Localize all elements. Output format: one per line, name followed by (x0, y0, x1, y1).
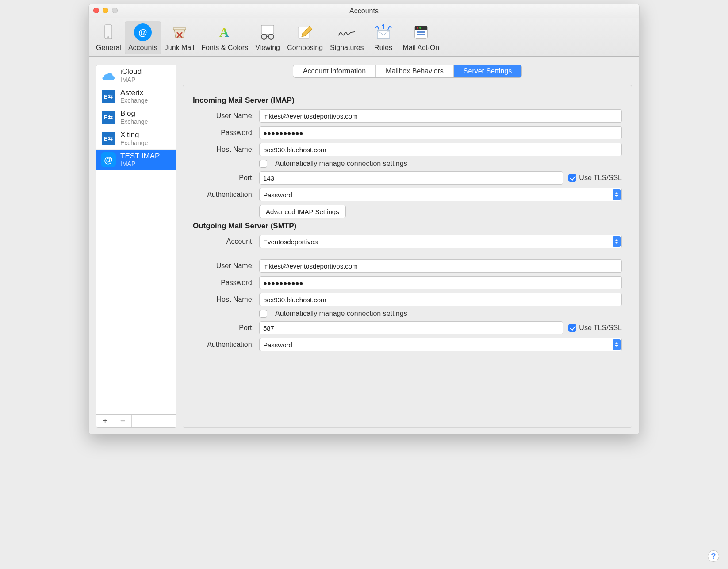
close-window-button[interactable] (93, 8, 99, 13)
svg-point-11 (419, 27, 421, 29)
tab-server-settings[interactable]: Server Settings (454, 65, 521, 77)
account-row-icloud[interactable]: iCloud IMAP (96, 65, 176, 86)
exchange-icon: E⇆ (101, 110, 116, 125)
account-name: Asterix (120, 89, 148, 97)
sidebar-footer-spacer (132, 415, 176, 427)
outgoing-account-label: Account: (193, 238, 259, 246)
fonts-colors-icon: A (215, 23, 234, 42)
window-title: Accounts (349, 7, 379, 15)
outgoing-tls-checkbox[interactable] (568, 324, 576, 332)
outgoing-section-title: Outgoing Mail Server (SMTP) (193, 222, 622, 231)
incoming-auth-select[interactable]: Password (259, 188, 622, 201)
toolbar-junk-mail[interactable]: Junk Mail (161, 21, 198, 54)
outgoing-host-name-input[interactable] (259, 293, 622, 306)
mail-act-on-icon (411, 23, 431, 42)
svg-point-4 (261, 34, 267, 39)
tab-account-information[interactable]: Account Information (293, 65, 376, 77)
account-row-asterix[interactable]: E⇆ Asterix Exchange (96, 86, 176, 108)
toolbar-fonts-colors[interactable]: A Fonts & Colors (198, 21, 252, 54)
junk-mail-icon (170, 23, 189, 42)
outgoing-account-value: Eventosdeportivos (263, 238, 318, 246)
toolbar-label: Composing (287, 44, 323, 52)
advanced-imap-settings-button[interactable]: Advanced IMAP Settings (259, 205, 346, 218)
zoom-window-button[interactable] (112, 8, 118, 13)
cloud-icon (101, 68, 116, 83)
toolbar-accounts[interactable]: @ Accounts (125, 21, 161, 54)
svg-rect-12 (417, 31, 425, 33)
account-row-xiting[interactable]: E⇆ Xiting Exchange (96, 128, 176, 150)
outgoing-password-input[interactable] (259, 276, 622, 289)
toolbar-label: Signatures (330, 44, 364, 52)
toolbar-rules[interactable]: Rules (368, 21, 399, 54)
add-account-button[interactable]: + (96, 415, 114, 427)
incoming-user-name-label: User Name: (193, 112, 259, 120)
body: iCloud IMAP E⇆ Asterix Exchange E⇆ Blog (89, 57, 639, 434)
incoming-user-name-input[interactable] (259, 109, 622, 123)
select-stepper-icon (613, 236, 621, 247)
prefs-toolbar: General @ Accounts Junk Mail A Fonts & C… (89, 18, 639, 57)
composing-icon (295, 23, 315, 42)
toolbar-mail-act-on[interactable]: Mail Act-On (399, 21, 443, 54)
outgoing-auth-select[interactable]: Password (259, 338, 622, 351)
toolbar-viewing[interactable]: Viewing (252, 21, 284, 54)
account-protocol: IMAP (120, 160, 160, 167)
svg-rect-3 (261, 25, 274, 34)
svg-point-10 (417, 27, 418, 29)
incoming-auto-manage-checkbox[interactable] (259, 160, 267, 168)
server-settings-pane: Incoming Mail Server (IMAP) User Name: P… (183, 85, 632, 428)
account-row-blog[interactable]: E⇆ Blog Exchange (96, 107, 176, 128)
account-protocol: Exchange (120, 118, 148, 125)
remove-account-button[interactable]: − (114, 415, 132, 427)
at-icon: @ (101, 152, 116, 167)
account-protocol: Exchange (120, 139, 148, 146)
incoming-host-name-input[interactable] (259, 143, 622, 156)
incoming-password-input[interactable] (259, 126, 622, 139)
incoming-port-label: Port: (193, 174, 259, 182)
signatures-icon (337, 23, 356, 42)
toolbar-composing[interactable]: Composing (284, 21, 326, 54)
account-name: iCloud (120, 68, 142, 76)
toolbar-general[interactable]: General (92, 21, 125, 54)
account-protocol: IMAP (120, 76, 142, 83)
account-tabs: Account Information Mailbox Behaviors Se… (293, 65, 522, 78)
accounts-icon: @ (133, 23, 153, 42)
incoming-tls-label: Use TLS/SSL (579, 174, 622, 182)
accounts-list: iCloud IMAP E⇆ Asterix Exchange E⇆ Blog (96, 65, 176, 414)
svg-rect-13 (417, 34, 425, 35)
svg-text:A: A (219, 25, 229, 39)
general-icon (99, 23, 118, 42)
toolbar-label: Accounts (128, 44, 157, 52)
account-row-test-imap[interactable]: @ TEST IMAP IMAP (96, 150, 176, 171)
toolbar-label: General (96, 44, 121, 52)
preferences-window: Accounts General @ Accounts Junk Mail (88, 4, 640, 434)
titlebar: Accounts (89, 4, 639, 18)
traffic-lights (93, 8, 118, 13)
outgoing-divider (193, 253, 622, 253)
toolbar-label: Rules (374, 44, 392, 52)
toolbar-label: Junk Mail (165, 44, 195, 52)
outgoing-auto-manage-checkbox[interactable] (259, 310, 267, 318)
outgoing-account-select[interactable]: Eventosdeportivos (259, 235, 622, 248)
select-stepper-icon (613, 189, 621, 200)
incoming-password-label: Password: (193, 129, 259, 137)
incoming-section-title: Incoming Mail Server (IMAP) (193, 96, 622, 105)
outgoing-auth-label: Authentication: (193, 341, 259, 349)
incoming-auto-manage-label: Automatically manage connection settings (275, 160, 407, 168)
tab-mailbox-behaviors[interactable]: Mailbox Behaviors (376, 65, 454, 77)
toolbar-signatures[interactable]: Signatures (326, 21, 368, 54)
toolbar-label: Mail Act-On (403, 44, 440, 52)
account-name: Xiting (120, 131, 148, 139)
outgoing-user-name-input[interactable] (259, 259, 622, 273)
incoming-tls-checkbox[interactable] (568, 174, 576, 182)
incoming-port-input[interactable] (259, 171, 563, 185)
incoming-auth-label: Authentication: (193, 191, 259, 199)
outgoing-auth-value: Password (263, 341, 292, 349)
incoming-auth-value: Password (263, 191, 292, 199)
exchange-icon: E⇆ (101, 89, 116, 104)
outgoing-port-input[interactable] (259, 321, 563, 334)
toolbar-label: Viewing (255, 44, 280, 52)
svg-point-1 (107, 36, 109, 38)
outgoing-port-label: Port: (193, 324, 259, 332)
minimize-window-button[interactable] (103, 8, 108, 13)
account-name: Blog (120, 110, 148, 118)
